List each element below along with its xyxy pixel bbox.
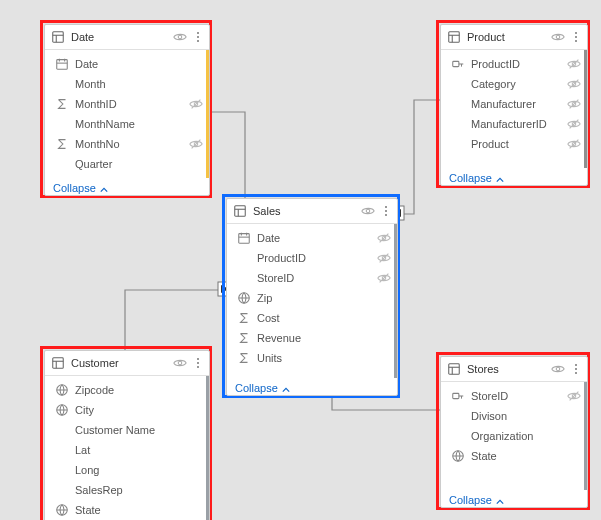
collapse-button[interactable]: Collapse bbox=[45, 178, 209, 200]
field-name: Revenue bbox=[257, 332, 377, 344]
hidden-icon[interactable] bbox=[189, 97, 203, 111]
visibility-icon[interactable] bbox=[361, 204, 375, 218]
field-row[interactable]: Cost bbox=[227, 308, 397, 328]
blank-icon bbox=[451, 409, 465, 423]
table-icon bbox=[447, 30, 461, 44]
field-row[interactable]: ManufacturerID bbox=[441, 114, 587, 134]
more-options-icon[interactable] bbox=[381, 206, 391, 216]
field-row[interactable]: Lat bbox=[45, 440, 209, 460]
blank-icon bbox=[55, 463, 69, 477]
visibility-icon[interactable] bbox=[551, 30, 565, 44]
accent-bar bbox=[584, 382, 587, 490]
field-row[interactable]: StoreID bbox=[227, 268, 397, 288]
blank-icon bbox=[55, 77, 69, 91]
hidden-icon[interactable] bbox=[567, 97, 581, 111]
sigma-icon bbox=[55, 137, 69, 151]
table-date[interactable]: DateDateMonthMonthIDMonthNameMonthNoQuar… bbox=[44, 24, 210, 196]
blank-icon bbox=[55, 423, 69, 437]
field-row[interactable]: MonthName bbox=[45, 114, 209, 134]
field-name: ProductID bbox=[257, 252, 377, 264]
visibility-icon[interactable] bbox=[173, 356, 187, 370]
table-header[interactable]: Sales bbox=[227, 199, 397, 224]
field-row[interactable]: Units bbox=[227, 348, 397, 368]
collapse-button[interactable]: Collapse bbox=[441, 490, 587, 512]
field-row[interactable]: StoreID bbox=[441, 386, 587, 406]
blank-icon bbox=[451, 137, 465, 151]
field-name: MonthName bbox=[75, 118, 189, 130]
field-row[interactable]: ProductID bbox=[227, 248, 397, 268]
hidden-icon[interactable] bbox=[567, 389, 581, 403]
globe-icon bbox=[451, 449, 465, 463]
field-row[interactable]: City bbox=[45, 400, 209, 420]
blank-icon bbox=[55, 483, 69, 497]
visibility-icon[interactable] bbox=[551, 362, 565, 376]
hidden-icon[interactable] bbox=[567, 77, 581, 91]
svg-rect-28 bbox=[449, 32, 460, 43]
field-row[interactable]: Date bbox=[45, 54, 209, 74]
field-name: StoreID bbox=[471, 390, 567, 402]
more-options-icon[interactable] bbox=[193, 32, 203, 42]
key-icon bbox=[451, 57, 465, 71]
field-row[interactable]: Long bbox=[45, 460, 209, 480]
field-row[interactable]: Month bbox=[45, 74, 209, 94]
field-row[interactable]: MonthNo bbox=[45, 134, 209, 154]
svg-rect-12 bbox=[57, 60, 68, 70]
hidden-icon[interactable] bbox=[377, 231, 391, 245]
hidden-icon[interactable] bbox=[189, 137, 203, 151]
field-row[interactable]: Manufacturer bbox=[441, 94, 587, 114]
globe-icon bbox=[237, 291, 251, 305]
svg-rect-89 bbox=[449, 364, 460, 375]
table-header[interactable]: Stores bbox=[441, 357, 587, 382]
blank-icon bbox=[451, 97, 465, 111]
field-row[interactable]: Customer Name bbox=[45, 420, 209, 440]
field-name: Divison bbox=[471, 410, 567, 422]
field-row[interactable]: Zip bbox=[227, 288, 397, 308]
table-customer[interactable]: CustomerZipcodeCityCustomer NameLatLongS… bbox=[44, 350, 210, 520]
blank-icon bbox=[55, 117, 69, 131]
field-row[interactable]: SalesRep bbox=[45, 480, 209, 500]
field-row[interactable]: State bbox=[45, 500, 209, 520]
svg-point-48 bbox=[366, 209, 370, 213]
globe-icon bbox=[55, 383, 69, 397]
field-row[interactable]: Zipcode bbox=[45, 380, 209, 400]
table-icon bbox=[51, 30, 65, 44]
table-product[interactable]: ProductProductIDCategoryManufacturerManu… bbox=[440, 24, 588, 186]
hidden-icon[interactable] bbox=[377, 271, 391, 285]
hidden-icon[interactable] bbox=[567, 57, 581, 71]
field-row[interactable]: Date bbox=[227, 228, 397, 248]
table-header[interactable]: Customer bbox=[45, 351, 209, 376]
field-row[interactable]: State bbox=[441, 446, 587, 466]
table-sales[interactable]: SalesDateProductIDStoreIDZipCostRevenueU… bbox=[226, 198, 398, 396]
more-options-icon[interactable] bbox=[193, 358, 203, 368]
visibility-icon[interactable] bbox=[173, 30, 187, 44]
table-stores[interactable]: StoresStoreIDDivisonOrganizationStateCol… bbox=[440, 356, 588, 508]
accent-bar bbox=[206, 376, 209, 520]
field-name: MonthNo bbox=[75, 138, 189, 150]
field-row[interactable]: Category bbox=[441, 74, 587, 94]
svg-point-31 bbox=[556, 35, 560, 39]
field-name: Manufacturer bbox=[471, 98, 567, 110]
hidden-icon[interactable] bbox=[567, 137, 581, 151]
globe-icon bbox=[55, 403, 69, 417]
hidden-icon[interactable] bbox=[567, 117, 581, 131]
field-row[interactable]: Quarter bbox=[45, 154, 209, 174]
blank-icon bbox=[55, 443, 69, 457]
field-list: DateProductIDStoreIDZipCostRevenueUnits bbox=[227, 224, 397, 378]
table-header[interactable]: Date bbox=[45, 25, 209, 50]
field-row[interactable]: Product bbox=[441, 134, 587, 154]
collapse-button[interactable]: Collapse bbox=[441, 168, 587, 190]
svg-rect-8 bbox=[53, 32, 64, 43]
field-row[interactable]: Divison bbox=[441, 406, 587, 426]
more-options-icon[interactable] bbox=[571, 32, 581, 42]
field-row[interactable]: Organization bbox=[441, 426, 587, 446]
hidden-icon[interactable] bbox=[377, 251, 391, 265]
table-title: Sales bbox=[253, 205, 357, 217]
more-options-icon[interactable] bbox=[571, 364, 581, 374]
field-row[interactable]: Revenue bbox=[227, 328, 397, 348]
svg-rect-32 bbox=[453, 61, 459, 66]
table-header[interactable]: Product bbox=[441, 25, 587, 50]
field-row[interactable]: MonthID bbox=[45, 94, 209, 114]
field-row[interactable]: ProductID bbox=[441, 54, 587, 74]
chevron-up-icon bbox=[496, 174, 504, 182]
collapse-button[interactable]: Collapse bbox=[227, 378, 397, 400]
